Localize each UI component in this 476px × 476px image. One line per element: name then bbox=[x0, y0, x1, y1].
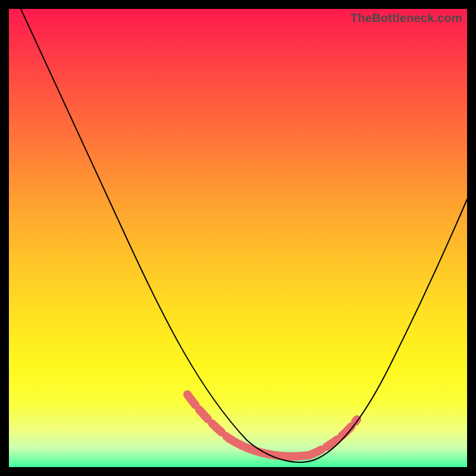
band-bottom bbox=[229, 439, 309, 456]
curve-svg bbox=[9, 9, 467, 467]
uncertainty-band bbox=[187, 394, 357, 456]
bottleneck-curve bbox=[21, 9, 467, 462]
band-left-descent bbox=[187, 394, 229, 439]
plot-area: TheBottleneck.com bbox=[9, 9, 467, 467]
band-right-ascent bbox=[309, 419, 357, 455]
chart-frame: TheBottleneck.com bbox=[0, 0, 476, 476]
